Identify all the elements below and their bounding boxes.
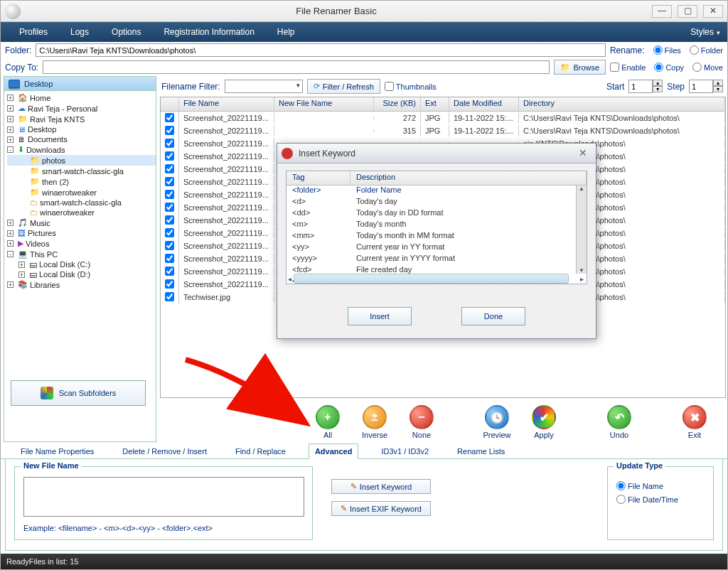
row-checkbox[interactable] xyxy=(165,177,174,186)
tree-node[interactable]: 📁 smart-watch-classic-gla xyxy=(7,166,156,176)
header-directory[interactable]: Directory xyxy=(519,97,725,111)
tree-node[interactable]: +▶ Videos xyxy=(7,238,156,249)
expand-icon[interactable]: - xyxy=(7,146,14,153)
rename-files-radio[interactable]: Files xyxy=(653,45,681,55)
tab-rename-lists[interactable]: Rename Lists xyxy=(451,444,510,458)
menu-help[interactable]: Help xyxy=(266,27,306,37)
keyword-row[interactable]: <mm>Today's month in MM format xyxy=(287,231,587,242)
tree-node[interactable]: 📁 photos xyxy=(7,155,156,166)
copy-radio[interactable]: Copy xyxy=(654,63,684,72)
row-checkbox[interactable] xyxy=(165,228,174,237)
row-checkbox[interactable] xyxy=(165,203,174,212)
row-checkbox[interactable] xyxy=(165,279,174,289)
move-radio[interactable]: Move xyxy=(692,63,723,72)
close-button[interactable]: ✕ xyxy=(703,5,723,18)
horizontal-scrollbar[interactable] xyxy=(294,274,569,284)
minimize-button[interactable]: — xyxy=(652,5,672,18)
keyword-row[interactable]: <folder>Folder Name xyxy=(287,185,587,197)
expand-icon[interactable]: - xyxy=(7,251,14,257)
insert-keyword-button[interactable]: ✎Insert Keyword xyxy=(331,479,431,494)
insert-keyword-dialog[interactable]: Insert Keyword ✕ Tag Description <folder… xyxy=(277,143,596,339)
tab-find-replace[interactable]: Find / Replace xyxy=(230,444,291,458)
expand-icon[interactable]: + xyxy=(7,116,14,122)
row-checkbox[interactable] xyxy=(165,267,174,276)
insert-exif-keyword-button[interactable]: ✎Insert EXIF Keyword xyxy=(331,501,431,516)
keyword-header-tag[interactable]: Tag xyxy=(287,171,350,185)
expand-icon[interactable]: + xyxy=(7,240,14,247)
tree-node[interactable]: 🗀 smart-watch-classic-gla xyxy=(7,198,156,208)
keyword-row[interactable]: <yy>Current year in YY format xyxy=(287,242,587,254)
tree-node[interactable]: +📚 Libraries xyxy=(7,279,156,290)
header-newfilename[interactable]: New File Name xyxy=(274,97,374,111)
keyword-list[interactable]: Tag Description <folder>Folder Name<d>To… xyxy=(286,171,587,284)
keyword-row[interactable]: <d>Today's day xyxy=(287,197,587,208)
undo-button[interactable]: ↶Undo xyxy=(599,405,639,439)
new-filename-input[interactable] xyxy=(23,477,304,517)
hscroll-left-icon[interactable]: ◂ xyxy=(288,275,291,283)
row-checkbox[interactable] xyxy=(165,164,174,173)
tree-node[interactable]: +🎵 Music xyxy=(7,217,156,228)
expand-icon[interactable]: + xyxy=(18,271,25,278)
expand-icon[interactable]: + xyxy=(7,127,14,133)
hscroll-right-icon[interactable]: ▸ xyxy=(580,275,584,283)
preview-button[interactable]: 🕓Preview xyxy=(477,405,517,439)
keyword-row[interactable]: <yyyy>Current year in YYYY format xyxy=(287,254,587,265)
rename-folder-radio[interactable]: Folder xyxy=(690,45,723,55)
header-filename[interactable]: File Name xyxy=(179,97,274,111)
start-spinner[interactable]: ▲▼ xyxy=(628,80,663,93)
table-row[interactable]: Screenshot_20221119... 272JPG 19-11-2022… xyxy=(161,112,725,124)
expand-icon[interactable]: + xyxy=(7,230,14,237)
header-date[interactable]: Date Modified xyxy=(449,97,519,111)
dialog-insert-button[interactable]: Insert xyxy=(348,307,412,326)
tree-node[interactable]: +🗎 Documents xyxy=(7,134,156,144)
expand-icon[interactable]: + xyxy=(7,105,14,112)
header-size[interactable]: Size (KB) xyxy=(374,97,421,111)
tree-node[interactable]: +🖴 Local Disk (D:) xyxy=(7,269,156,279)
tree-node[interactable]: 🗀 winaerotweaker xyxy=(7,208,156,217)
keyword-row[interactable]: <dd>Today's day in DD format xyxy=(287,208,587,220)
row-checkbox[interactable] xyxy=(165,241,174,250)
row-checkbox[interactable] xyxy=(165,126,174,135)
maximize-button[interactable]: ▢ xyxy=(678,5,697,18)
styles-dropdown[interactable]: Styles xyxy=(690,27,720,37)
update-filedate-radio[interactable]: File Date/Time xyxy=(616,495,705,504)
select-inverse-button[interactable]: ±Inverse xyxy=(355,405,395,439)
copy-to-input[interactable] xyxy=(43,60,550,74)
tree-node[interactable]: +🏠 Home xyxy=(7,92,156,103)
row-checkbox[interactable] xyxy=(165,139,174,148)
header-ext[interactable]: Ext xyxy=(421,97,449,111)
tree-node[interactable]: +☁ Ravi Teja - Personal xyxy=(7,103,156,114)
select-none-button[interactable]: −None xyxy=(402,405,441,439)
row-checkbox[interactable] xyxy=(165,292,174,301)
tree-node[interactable]: +📁 Ravi Teja KNTS xyxy=(7,114,156,124)
menu-profiles[interactable]: Profiles xyxy=(8,27,59,37)
step-spinner[interactable]: ▲▼ xyxy=(689,80,723,93)
folder-input[interactable] xyxy=(36,43,606,57)
browse-button[interactable]: 📁Browse xyxy=(554,60,606,75)
vertical-scrollbar[interactable] xyxy=(576,185,587,274)
tree-node[interactable]: +🖥 Desktop xyxy=(7,124,156,134)
row-checkbox[interactable] xyxy=(165,190,174,199)
update-filename-radio[interactable]: File Name xyxy=(616,481,705,490)
keyword-row[interactable]: <m>Today's month xyxy=(287,220,587,231)
table-row[interactable]: Screenshot_20221119... 315JPG 19-11-2022… xyxy=(161,124,725,137)
tree-node[interactable]: 📁 then (2) xyxy=(7,176,156,187)
thumbnails-checkbox[interactable]: Thumbnails xyxy=(385,82,437,91)
keyword-header-description[interactable]: Description xyxy=(350,171,587,185)
expand-icon[interactable]: + xyxy=(7,136,14,143)
menu-options[interactable]: Options xyxy=(100,27,152,37)
enable-checkbox[interactable]: Enable xyxy=(610,63,646,72)
tab-delete-remove-insert[interactable]: Delete / Remove / Insert xyxy=(117,444,213,458)
row-checkbox[interactable] xyxy=(165,113,174,122)
select-all-button[interactable]: +All xyxy=(308,405,348,439)
expand-icon[interactable]: + xyxy=(7,220,14,226)
tab-file-name-properties[interactable]: File Name Properties xyxy=(15,444,100,458)
row-checkbox[interactable] xyxy=(165,254,174,263)
apply-button[interactable]: ✔Apply xyxy=(524,405,564,439)
grid-header[interactable]: File Name New File Name Size (KB) Ext Da… xyxy=(161,97,725,112)
scan-subfolders-button[interactable]: Scan Subfolders xyxy=(11,380,146,406)
tab-advanced[interactable]: Advanced xyxy=(309,443,359,459)
dialog-close-button[interactable]: ✕ xyxy=(574,147,592,160)
tree-node[interactable]: -⬇ Downloads xyxy=(7,144,156,155)
menu-logs[interactable]: Logs xyxy=(59,27,100,37)
